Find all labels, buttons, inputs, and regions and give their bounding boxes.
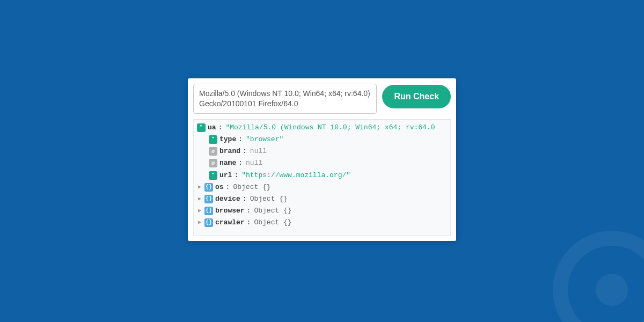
- result-row-os[interactable]: ▶ {} os: Object {}: [195, 181, 449, 193]
- json-value: "https://www.mozilla.org/": [241, 170, 350, 181]
- json-value: "Mozilla/5.0 (Windows NT 10.0; Win64; x6…: [225, 122, 435, 133]
- json-key: ua: [208, 122, 216, 133]
- result-row-brand[interactable]: ∅ brand: null: [195, 145, 449, 157]
- json-value: Object {}: [254, 206, 291, 216]
- object-icon: {}: [204, 183, 213, 192]
- object-icon: {}: [204, 218, 213, 227]
- json-key: url: [219, 170, 232, 181]
- json-value: Object {}: [233, 182, 270, 193]
- string-icon: ❝: [209, 135, 217, 144]
- checker-panel: Run Check ❝ ua: "Mozilla/5.0 (Windows NT…: [188, 78, 456, 241]
- result-row-device[interactable]: ▶ {} device: Object {}: [195, 193, 449, 205]
- result-row-ua[interactable]: ❝ ua: "Mozilla/5.0 (Windows NT 10.0; Win…: [195, 122, 449, 134]
- object-icon: {}: [204, 195, 213, 203]
- result-row-crawler[interactable]: ▶ {} crawler: Object {}: [195, 217, 449, 229]
- json-key: browser: [215, 206, 245, 216]
- run-check-button[interactable]: Run Check: [382, 85, 451, 108]
- json-value: null: [250, 146, 267, 157]
- json-key: crawler: [215, 217, 245, 228]
- expand-icon[interactable]: ▶: [197, 183, 202, 192]
- string-icon: ❝: [209, 171, 217, 180]
- json-key: brand: [219, 146, 240, 157]
- json-key: name: [219, 158, 236, 169]
- expand-icon[interactable]: ▶: [197, 207, 202, 215]
- json-value: "browser": [246, 134, 283, 145]
- json-key: device: [215, 194, 240, 204]
- string-icon: ❝: [197, 123, 206, 132]
- json-value: Object {}: [250, 194, 288, 204]
- json-key: type: [219, 134, 236, 145]
- json-value: Object {}: [254, 217, 291, 228]
- input-row: Run Check: [193, 84, 451, 114]
- result-row-browser[interactable]: ▶ {} browser: Object {}: [195, 205, 449, 217]
- json-value: null: [246, 158, 262, 169]
- result-row-name[interactable]: ∅ name: null: [195, 157, 449, 169]
- result-viewer[interactable]: ❝ ua: "Mozilla/5.0 (Windows NT 10.0; Win…: [193, 119, 451, 236]
- null-icon: ∅: [209, 159, 217, 167]
- expand-icon[interactable]: ▶: [197, 195, 202, 203]
- expand-icon[interactable]: ▶: [197, 218, 202, 227]
- object-icon: {}: [204, 207, 213, 215]
- background-decoration: [553, 231, 644, 322]
- json-key: os: [215, 182, 224, 193]
- null-icon: ∅: [209, 147, 217, 156]
- result-row-url[interactable]: ❝ url: "https://www.mozilla.org/": [195, 170, 449, 181]
- user-agent-input[interactable]: [193, 84, 377, 114]
- result-row-type[interactable]: ❝ type: "browser": [195, 134, 449, 145]
